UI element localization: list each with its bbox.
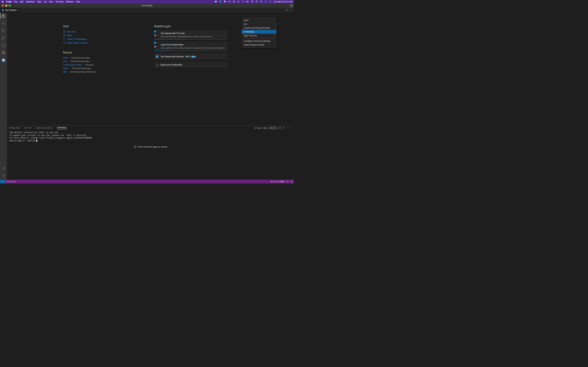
r-extension-icon[interactable]: R	[1, 58, 6, 62]
recent-item[interactable]: cpp11~/Desktop/r/packages	[63, 67, 126, 70]
editor-tabbar: Get Started ×	[0, 8, 294, 13]
split-editor-icon[interactable]	[285, 8, 288, 12]
svg-point-24	[4, 30, 5, 31]
svg-point-19	[291, 10, 291, 10]
clock[interactable]: Tue Mar 15 9:21 AM	[274, 0, 293, 3]
headphones-icon[interactable]	[233, 0, 235, 3]
tab-title: Get Started	[5, 9, 16, 11]
errors-warnings[interactable]: 0 0	[6, 180, 17, 184]
menu-terminal[interactable]: Terminal	[55, 0, 63, 3]
app-name[interactable]: Code	[6, 0, 12, 3]
recent-item[interactable]: vscode-cpp11-demo~/Desktop	[63, 64, 126, 66]
feedback-icon[interactable]	[285, 180, 290, 184]
tab-output[interactable]: OUTPUT	[24, 127, 32, 129]
menu-go[interactable]: Go	[44, 0, 47, 3]
show-welcome-checkbox[interactable]: Show welcome page on startup	[134, 145, 167, 148]
terminal-label[interactable]: bash - davis	[254, 127, 268, 129]
kill-terminal-icon[interactable]	[282, 127, 285, 129]
checkbox-icon[interactable]	[134, 145, 137, 148]
svg-point-20	[292, 10, 292, 10]
play-icon[interactable]	[228, 0, 231, 3]
run-debug-icon[interactable]	[1, 36, 6, 40]
battery-icon[interactable]	[246, 0, 249, 3]
open-link[interactable]: Open...	[63, 34, 126, 37]
new-terminal-group	[269, 126, 277, 130]
svg-point-22	[2, 29, 3, 30]
new-terminal-button[interactable]	[269, 126, 273, 130]
split-terminal-icon[interactable]	[279, 127, 281, 129]
tab-close-icon[interactable]: ×	[17, 9, 18, 12]
layout-icon[interactable]	[290, 4, 293, 7]
activity-bar: R	[0, 13, 7, 180]
control-center-icon[interactable]	[265, 0, 267, 3]
window-minimize-button[interactable]	[5, 5, 7, 7]
dropdown-item-split-terminal[interactable]: Split Terminal›	[242, 34, 276, 38]
window-maximize-button[interactable]	[9, 5, 11, 7]
star-icon: ★	[154, 31, 156, 32]
menu-selection[interactable]: Selection	[26, 0, 35, 3]
sync-icon[interactable]	[256, 0, 258, 3]
cloud-icon[interactable]	[224, 0, 226, 3]
svg-point-9	[257, 1, 257, 1]
bluetooth-icon[interactable]	[237, 0, 240, 3]
apple-icon[interactable]	[1, 0, 4, 3]
svg-point-21	[2, 22, 4, 24]
r-version-status[interactable]: R 4.1.1: 75345	[270, 180, 285, 184]
siri-icon[interactable]	[269, 0, 272, 3]
wifi-icon[interactable]	[251, 0, 253, 3]
bottom-panel: PROBLEMS OUTPUT DEBUG CONSOLE TERMINAL b…	[7, 125, 294, 180]
explorer-icon[interactable]	[1, 14, 6, 18]
grammarly-icon[interactable]	[219, 0, 222, 3]
svg-point-13	[269, 1, 271, 2]
svg-point-34	[63, 40, 64, 40]
walkthrough-remote-wsl[interactable]: 🐧 Get Started with Remote - WSLNew	[154, 53, 227, 60]
star-icon: ★	[154, 42, 156, 44]
extensions-icon[interactable]	[1, 51, 6, 55]
window-close-button[interactable]	[2, 5, 4, 7]
terminal-profile-dropdown-button[interactable]	[273, 126, 277, 130]
menu-file[interactable]: File	[14, 0, 17, 3]
close-panel-icon[interactable]	[290, 127, 292, 129]
editor-content: Start New File... Open... Clone Git R	[7, 13, 294, 180]
tab-debug-console[interactable]: DEBUG CONSOLE	[36, 127, 53, 129]
walkthrough-productivity[interactable]: 🎓 Boost your Productivity	[154, 62, 227, 68]
recent-item[interactable]: vctrs~/Desktop/r/packages	[63, 60, 126, 63]
watch-tutorials-link[interactable]: Watch Video Tutorials	[63, 42, 126, 44]
source-control-icon[interactable]	[1, 29, 6, 33]
window-titlebar: Get Started	[0, 3, 294, 8]
tab-terminal[interactable]: TERMINAL	[57, 126, 67, 129]
walkthrough-get-started[interactable]: ★ Get Started with VS Code Discover the …	[154, 30, 227, 40]
svg-rect-15	[2, 9, 4, 11]
new-file-link[interactable]: New File...	[63, 30, 126, 33]
menu-help[interactable]: Help	[76, 0, 80, 3]
settings-gear-icon[interactable]	[1, 174, 6, 178]
video-icon[interactable]	[215, 0, 217, 3]
menu-window[interactable]: Window	[66, 0, 73, 3]
dropdown-item-r-terminal[interactable]: R Terminal	[242, 30, 276, 34]
dropdown-item-configure[interactable]: Configure Terminal Settings	[242, 39, 276, 43]
menu-view[interactable]: View	[37, 0, 42, 3]
remote-explorer-icon[interactable]	[1, 43, 6, 48]
more-actions-icon[interactable]	[290, 8, 292, 12]
terminal-output[interactable]: The default interactive shell is now zsh…	[7, 130, 294, 180]
recent-item[interactable]: date~/Desktop/programming/cpp	[63, 71, 126, 73]
maximize-panel-icon[interactable]	[286, 127, 288, 129]
keyboard-icon[interactable]	[242, 0, 244, 3]
walkthrough-fundamentals[interactable]: ★ Learn the Fundamentals Jump right into…	[154, 42, 227, 51]
menu-run[interactable]: Run	[49, 0, 53, 3]
tab-get-started[interactable]: Get Started ×	[0, 8, 20, 13]
dropdown-item-js-debug[interactable]: JavaScript Debug Terminal	[242, 26, 276, 30]
remote-button[interactable]	[0, 180, 6, 184]
notifications-icon[interactable]	[290, 180, 294, 184]
search-icon[interactable]	[1, 21, 6, 25]
dropdown-item-zsh[interactable]: zsh	[242, 22, 276, 26]
tab-problems[interactable]: PROBLEMS	[9, 127, 20, 129]
accounts-icon[interactable]	[1, 166, 6, 171]
search-icon[interactable]	[260, 0, 262, 3]
dropdown-item-select-default[interactable]: Select Default Profile	[242, 43, 276, 47]
recent-item[interactable]: rlang~/Desktop/r/packages	[63, 57, 126, 59]
clone-repo-link[interactable]: Clone Git Repository...	[63, 38, 126, 40]
terminal-profile-dropdown: bash zsh JavaScript Debug Terminal R Ter…	[242, 17, 277, 48]
dropdown-item-bash[interactable]: bash	[242, 18, 276, 22]
menu-edit[interactable]: Edit	[20, 0, 24, 3]
